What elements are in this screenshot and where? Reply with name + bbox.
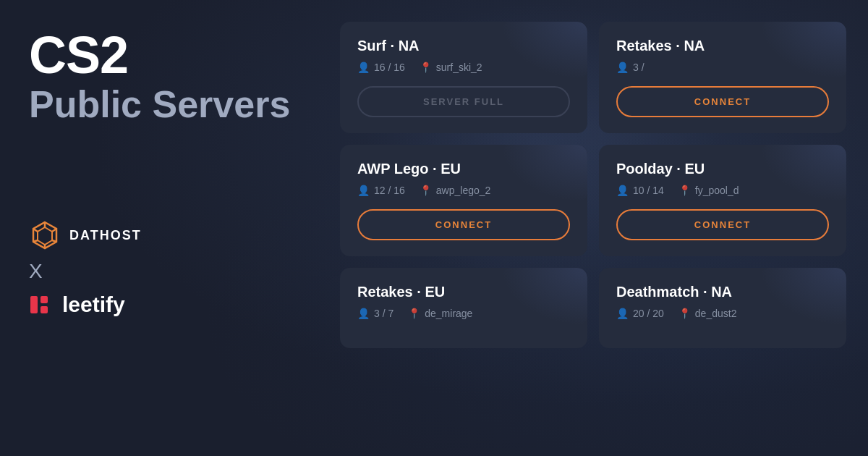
svg-rect-9 — [41, 296, 48, 303]
map-name: de_dust2 — [695, 308, 737, 319]
svg-rect-10 — [41, 306, 48, 313]
card-meta-surf-na: 👤 16 / 16 📍 surf_ski_2 — [357, 62, 570, 73]
server-card-deathmatch-na: Deathmatch · NA 👤 20 / 20 📍 de_dust2 — [599, 268, 846, 348]
players-icon: 👤 — [616, 185, 629, 196]
map-icon: 📍 — [420, 62, 432, 73]
players-awp-lego-eu: 👤 12 / 16 — [357, 185, 405, 196]
dathost-icon — [29, 219, 61, 251]
map-awp-lego-eu: 📍 awp_lego_2 — [420, 185, 491, 196]
leetify-brand: leetify — [29, 292, 304, 318]
page-title-subtitle: Public Servers — [29, 84, 304, 125]
players-icon: 👤 — [357, 185, 370, 196]
players-icon: 👤 — [616, 308, 629, 319]
players-poolday-eu: 👤 10 / 14 — [616, 185, 664, 196]
connect-button-retakes-na[interactable]: CONNECT — [616, 86, 829, 117]
players-icon: 👤 — [357, 308, 370, 319]
branding-section: DATHOST X leetify — [29, 219, 304, 318]
server-card-poolday-eu: Poolday · EU 👤 10 / 14 📍 fy_pool_d CONNE… — [599, 145, 846, 256]
players-icon: 👤 — [357, 62, 370, 73]
card-title-retakes-eu: Retakes · EU — [357, 284, 570, 300]
players-count: 10 / 14 — [633, 185, 664, 196]
players-retakes-eu: 👤 3 / 7 — [357, 308, 393, 319]
players-icon: 👤 — [616, 62, 629, 73]
map-name: de_mirage — [425, 308, 472, 319]
server-card-retakes-eu: Retakes · EU 👤 3 / 7 📍 de_mirage — [340, 268, 587, 348]
server-card-surf-na: Surf · NA 👤 16 / 16 📍 surf_ski_2 SERVER … — [340, 22, 587, 133]
card-meta-retakes-eu: 👤 3 / 7 📍 de_mirage — [357, 308, 570, 319]
card-title-retakes-na: Retakes · NA — [616, 38, 829, 54]
leetify-icon — [29, 292, 55, 318]
page-title-cs2: CS2 — [29, 29, 304, 81]
players-retakes-na: 👤 3 / — [616, 62, 644, 73]
card-title-poolday-eu: Poolday · EU — [616, 161, 829, 177]
card-title-deathmatch-na: Deathmatch · NA — [616, 284, 829, 300]
map-icon: 📍 — [420, 185, 432, 196]
server-card-awp-lego-eu: AWP Lego · EU 👤 12 / 16 📍 awp_lego_2 CON… — [340, 145, 587, 256]
card-title-surf-na: Surf · NA — [357, 38, 570, 54]
map-name: awp_lego_2 — [436, 185, 491, 196]
card-meta-awp-lego-eu: 👤 12 / 16 📍 awp_lego_2 — [357, 185, 570, 196]
map-name: surf_ski_2 — [436, 62, 482, 73]
cards-area: Surf · NA 👤 16 / 16 📍 surf_ski_2 SERVER … — [340, 0, 868, 456]
server-card-retakes-na: Retakes · NA 👤 3 / CONNECT — [599, 22, 846, 133]
map-icon: 📍 — [678, 185, 691, 196]
svg-rect-8 — [30, 296, 38, 313]
map-poolday-eu: 📍 fy_pool_d — [678, 185, 739, 196]
map-icon: 📍 — [408, 308, 420, 319]
dathost-brand: DATHOST — [29, 219, 304, 251]
cards-grid: Surf · NA 👤 16 / 16 📍 surf_ski_2 SERVER … — [340, 14, 846, 348]
separator-label: X — [29, 260, 304, 283]
card-meta-deathmatch-na: 👤 20 / 20 📍 de_dust2 — [616, 308, 829, 319]
players-count: 12 / 16 — [374, 185, 405, 196]
players-deathmatch-na: 👤 20 / 20 — [616, 308, 664, 319]
map-name: fy_pool_d — [695, 185, 739, 196]
card-title-awp-lego-eu: AWP Lego · EU — [357, 161, 570, 177]
map-icon: 📍 — [678, 308, 691, 319]
map-deathmatch-na: 📍 de_dust2 — [678, 308, 737, 319]
map-surf-na: 📍 surf_ski_2 — [420, 62, 482, 73]
players-surf-na: 👤 16 / 16 — [357, 62, 405, 73]
card-meta-poolday-eu: 👤 10 / 14 📍 fy_pool_d — [616, 185, 829, 196]
connect-button-awp-lego-eu[interactable]: CONNECT — [357, 209, 570, 240]
server-full-button[interactable]: SERVER FULL — [357, 86, 570, 117]
dathost-label: DATHOST — [69, 228, 142, 243]
players-count: 16 / 16 — [374, 62, 405, 73]
players-count: 3 / 7 — [374, 308, 393, 319]
map-retakes-eu: 📍 de_mirage — [408, 308, 472, 319]
connect-button-poolday-eu[interactable]: CONNECT — [616, 209, 829, 240]
leetify-label: leetify — [62, 292, 125, 317]
players-count: 20 / 20 — [633, 308, 664, 319]
players-count: 3 / — [633, 62, 644, 73]
svg-marker-1 — [38, 227, 52, 245]
left-panel: CS2 Public Servers DATHOST X — [29, 29, 304, 318]
card-meta-retakes-na: 👤 3 / — [616, 62, 829, 73]
